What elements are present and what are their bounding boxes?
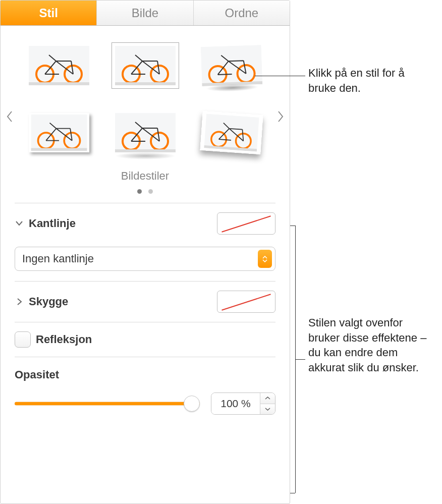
reflection-checkbox[interactable] — [15, 331, 31, 348]
format-inspector-panel: Stil Bilde Ordne Bildestiler — [0, 0, 290, 504]
chevron-left-icon — [6, 110, 13, 123]
opacity-stepper — [260, 393, 275, 414]
callout-bracket-bottom — [290, 493, 295, 493]
tab-arrange[interactable]: Ordne — [194, 1, 290, 25]
style-thumb-2[interactable] — [115, 46, 176, 85]
gallery-label: Bildestiler — [21, 170, 269, 183]
shadow-label: Skygge — [29, 295, 68, 308]
tab-arrange-label: Ordne — [225, 6, 258, 20]
shadow-style-swatch[interactable] — [217, 291, 275, 313]
opacity-value[interactable]: 100 % — [211, 393, 260, 414]
callout-bracket-mid — [295, 359, 305, 360]
callout-line — [255, 76, 305, 76]
svg-rect-19 — [115, 149, 176, 152]
disclosure-right-icon[interactable] — [15, 297, 24, 306]
border-style-swatch[interactable] — [217, 212, 275, 235]
reflection-row: Refleksjon — [1, 322, 290, 357]
svg-rect-3 — [29, 82, 89, 85]
callout-text-1: Klikk på en stil for å bruke den. — [308, 66, 434, 95]
opacity-section: Opasitet 100 % — [1, 357, 290, 429]
chevron-right-icon — [277, 110, 284, 123]
shadow-section-header: Skygge — [1, 282, 290, 322]
tab-style-label: Stil — [39, 6, 58, 20]
border-label: Kantlinje — [29, 217, 76, 230]
callout-bracket-top — [290, 226, 295, 226]
style-gallery: Bildestiler — [1, 26, 290, 203]
slider-knob-icon[interactable] — [184, 396, 200, 412]
opacity-label: Opasitet — [15, 368, 275, 381]
border-type-value: Ingen kantlinje — [22, 252, 94, 265]
opacity-value-box: 100 % — [211, 393, 275, 415]
annotation-layer: Klikk på en stil for å bruke den. Stilen… — [290, 0, 442, 504]
popup-knob-icon — [258, 250, 272, 268]
page-dot-2[interactable] — [148, 189, 153, 194]
reflection-label: Refleksjon — [36, 333, 92, 346]
gallery-next-button[interactable] — [274, 106, 287, 127]
style-thumb-4[interactable] — [29, 113, 89, 152]
gallery-page-dots — [21, 187, 269, 196]
svg-rect-15 — [31, 148, 87, 151]
disclosure-down-icon[interactable] — [15, 219, 24, 228]
border-section-header: Kantlinje — [1, 203, 290, 244]
callout-text-2: Stilen valgt ovenfor bruker disse effekt… — [308, 315, 434, 375]
style-thumbnails — [21, 41, 269, 167]
style-thumb-1[interactable] — [29, 46, 89, 85]
page-dot-1[interactable] — [137, 189, 142, 194]
border-type-select[interactable]: Ingen kantlinje — [15, 247, 275, 271]
svg-rect-7 — [115, 82, 176, 85]
tab-bar: Stil Bilde Ordne — [1, 1, 290, 26]
tab-style[interactable]: Stil — [1, 1, 97, 25]
tab-image-label: Bilde — [132, 6, 158, 20]
opacity-slider[interactable] — [15, 395, 200, 413]
opacity-step-up[interactable] — [260, 393, 275, 404]
style-thumb-5[interactable] — [115, 113, 176, 152]
opacity-step-down[interactable] — [260, 404, 275, 415]
tab-image[interactable]: Bilde — [97, 1, 193, 25]
style-thumb-6[interactable] — [200, 111, 263, 154]
style-thumb-3[interactable] — [200, 45, 262, 86]
gallery-prev-button[interactable] — [4, 106, 16, 127]
